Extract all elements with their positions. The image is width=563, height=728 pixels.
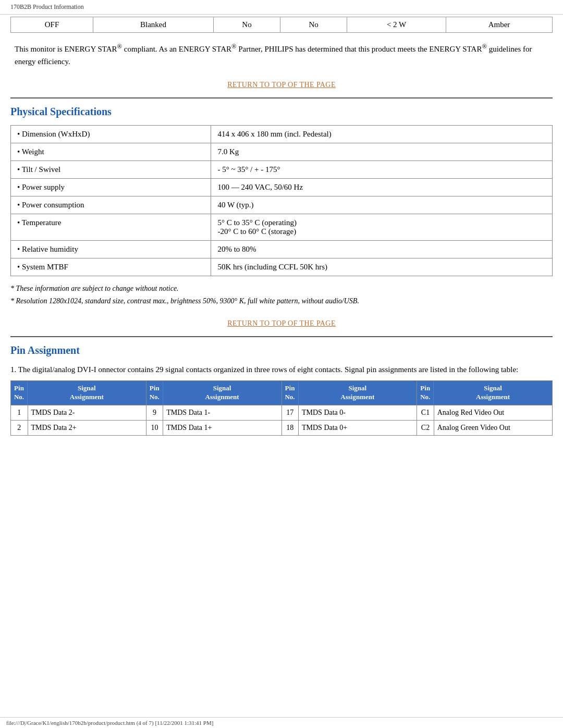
power-cell: No [214, 17, 280, 33]
pin-table-row: 17TMDS Data 0- [282, 405, 417, 420]
pin-header-signal: Signal Assignment [163, 381, 282, 405]
power-table: OFFBlankedNoNo< 2 WAmber [10, 17, 553, 33]
pin-table-header-row: Pin No.Signal Assignment [417, 381, 552, 405]
pin-number: 18 [282, 420, 299, 435]
spec-row: • Weight7.0 Kg [11, 143, 553, 161]
energy-star-brand3: Energy Star [429, 45, 482, 53]
spec-value: 5° C to 35° C (operating)-20° C to 60° C… [211, 214, 553, 241]
footer-text: file:///D|/Grace/K1/english/170b2b/produ… [6, 720, 213, 726]
footnote: * These information are subject to chang… [10, 282, 553, 295]
pin-table-block: Pin No.Signal Assignment9TMDS Data 1-10T… [146, 381, 282, 435]
pin-header-num: Pin No. [11, 381, 28, 405]
pin-data-table: C1Analog Red Video OutC2Analog Green Vid… [417, 405, 552, 435]
pin-header-num: Pin No. [146, 381, 163, 405]
pin-assignment-section: Pin Assignment 1. The digital/analog DVI… [0, 337, 563, 436]
spec-row: • Power supply100 — 240 VAC, 50/60 Hz [11, 179, 553, 196]
pin-data-table: 17TMDS Data 0-18TMDS Data 0+ [282, 405, 417, 435]
pin-data-table: 9TMDS Data 1-10TMDS Data 1+ [146, 405, 282, 435]
pin-number: C2 [417, 420, 434, 435]
spec-label: • System MTBF [11, 258, 211, 276]
power-cell: Blanked [93, 17, 213, 33]
pin-signal: TMDS Data 0- [299, 405, 417, 420]
pin-signal: TMDS Data 2+ [28, 420, 146, 435]
spec-label: • Power supply [11, 179, 211, 196]
spec-label: • Temperature [11, 214, 211, 241]
return-link-1[interactable]: RETURN TO TOP OF THE PAGE [227, 81, 336, 89]
power-cell: < 2 W [347, 17, 446, 33]
footnote: * Resolution 1280x1024, standard size, c… [10, 295, 553, 307]
energy-star-brand2: Energy Star [179, 45, 231, 53]
spec-row: • Temperature5° C to 35° C (operating)-2… [11, 214, 553, 241]
spec-value: 100 — 240 VAC, 50/60 Hz [211, 179, 553, 196]
spec-table: • Dimension (WxHxD)414 x 406 x 180 mm (i… [10, 125, 553, 276]
power-table-wrapper: OFFBlankedNoNo< 2 WAmber [0, 17, 563, 33]
pin-table-block: Pin No.Signal AssignmentC1Analog Red Vid… [417, 381, 552, 435]
power-cell: No [280, 17, 347, 33]
spec-value: 50K hrs (including CCFL 50K hrs) [211, 258, 553, 276]
pin-table-row: 18TMDS Data 0+ [282, 420, 417, 435]
spec-label: • Dimension (WxHxD) [11, 126, 211, 143]
pin-assignment-title: Pin Assignment [10, 344, 553, 356]
spec-row: • Tilt / Swivel- 5° ~ 35° / + - 175° [11, 161, 553, 179]
pin-number: 17 [282, 405, 299, 420]
physical-specs-section: Physical Specifications • Dimension (WxH… [0, 98, 563, 276]
pin-number: 10 [146, 420, 163, 435]
spec-label: • Tilt / Swivel [11, 161, 211, 179]
pin-header-num: Pin No. [282, 381, 299, 405]
pin-table-header-row: Pin No.Signal Assignment [282, 381, 417, 405]
pin-table-block: Pin No.Signal Assignment1TMDS Data 2-2TM… [11, 381, 146, 435]
pin-number: 2 [11, 420, 28, 435]
power-cell: OFF [11, 17, 93, 33]
pin-table-header-row: Pin No.Signal Assignment [146, 381, 282, 405]
pin-signal: Analog Red Video Out [434, 405, 552, 420]
energy-star-section: This monitor is Energy Star® compliant. … [0, 33, 563, 71]
spec-row: • Relative humidity20% to 80% [11, 241, 553, 258]
pin-signal: TMDS Data 0+ [299, 420, 417, 435]
spec-label: • Weight [11, 143, 211, 161]
pin-signal: TMDS Data 1+ [163, 420, 282, 435]
pin-header-signal: Signal Assignment [28, 381, 146, 405]
pin-table-block: Pin No.Signal Assignment17TMDS Data 0-18… [282, 381, 418, 435]
pin-table-row: 10TMDS Data 1+ [146, 420, 282, 435]
pin-table-row: C2Analog Green Video Out [417, 420, 552, 435]
pin-tables-wrapper: Pin No.Signal Assignment1TMDS Data 2-2TM… [10, 380, 553, 436]
pin-header-signal: Signal Assignment [434, 381, 552, 405]
pin-signal: Analog Green Video Out [434, 420, 552, 435]
return-link-2[interactable]: RETURN TO TOP OF THE PAGE [227, 319, 336, 327]
spec-row: • Power consumption40 W (typ.) [11, 196, 553, 214]
top-bar: 170B2B Product Information [0, 0, 563, 15]
top-bar-label: 170B2B Product Information [10, 3, 84, 10]
spec-value: 20% to 80% [211, 241, 553, 258]
pin-data-table: 1TMDS Data 2-2TMDS Data 2+ [11, 405, 146, 435]
footnotes-section: * These information are subject to chang… [0, 276, 563, 310]
pin-signal: TMDS Data 2- [28, 405, 146, 420]
pin-table-row: 2TMDS Data 2+ [11, 420, 146, 435]
pin-header-signal: Signal Assignment [299, 381, 417, 405]
pin-table-row: 9TMDS Data 1- [146, 405, 282, 420]
return-link-section-2: RETURN TO TOP OF THE PAGE [0, 310, 563, 333]
pin-number: 1 [11, 405, 28, 420]
pin-table-header-row: Pin No.Signal Assignment [11, 381, 146, 405]
power-cell: Amber [446, 17, 553, 33]
pin-number: 9 [146, 405, 163, 420]
spec-label: • Relative humidity [11, 241, 211, 258]
pin-number: C1 [417, 405, 434, 420]
spec-value: 40 W (typ.) [211, 196, 553, 214]
spec-row: • Dimension (WxHxD)414 x 406 x 180 mm (i… [11, 126, 553, 143]
pin-table-row: 1TMDS Data 2- [11, 405, 146, 420]
spec-value: - 5° ~ 35° / + - 175° [211, 161, 553, 179]
physical-specs-title: Physical Specifications [10, 106, 553, 118]
pin-header-num: Pin No. [417, 381, 434, 405]
energy-star-brand1: Energy Star [64, 45, 117, 53]
pin-desc: 1. The digital/analog DVI-I onnector con… [10, 364, 553, 376]
spec-label: • Power consumption [11, 196, 211, 214]
spec-value: 7.0 Kg [211, 143, 553, 161]
pin-signal: TMDS Data 1- [163, 405, 282, 420]
pin-table-row: C1Analog Red Video Out [417, 405, 552, 420]
spec-value: 414 x 406 x 180 mm (incl. Pedestal) [211, 126, 553, 143]
footer-bar: file:///D|/Grace/K1/english/170b2b/produ… [0, 717, 563, 728]
spec-row: • System MTBF50K hrs (including CCFL 50K… [11, 258, 553, 276]
return-link-section-1: RETURN TO TOP OF THE PAGE [0, 71, 563, 94]
